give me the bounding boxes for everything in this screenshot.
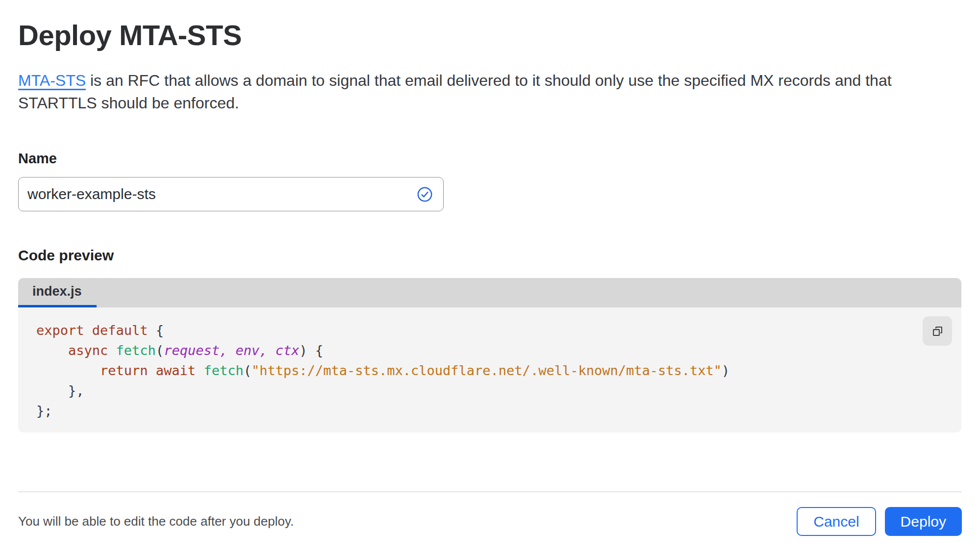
page-description-text: is an RFC that allows a domain to signal… — [18, 72, 892, 112]
code-tabs: index.js — [18, 278, 961, 307]
code-line: }, — [36, 380, 912, 401]
deploy-note: You will be able to edit the code after … — [18, 514, 294, 529]
mta-sts-link[interactable]: MTA-STS — [18, 72, 86, 89]
deploy-button[interactable]: Deploy — [885, 507, 962, 536]
check-circle-icon — [417, 187, 432, 202]
copy-button[interactable] — [923, 316, 952, 346]
footer-divider — [18, 491, 962, 492]
page-title: Deploy MTA-STS — [18, 19, 962, 52]
page-description: MTA-STS is an RFC that allows a domain t… — [18, 69, 959, 114]
deploy-mta-sts-page: Deploy MTA-STS MTA-STS is an RFC that al… — [0, 19, 980, 536]
footer-actions: Cancel Deploy — [797, 507, 962, 536]
tab-index-js[interactable]: index.js — [18, 278, 97, 307]
code-line: }; — [36, 401, 912, 421]
copy-icon — [931, 325, 944, 338]
cancel-button[interactable]: Cancel — [797, 507, 876, 536]
code-preview-label: Code preview — [18, 247, 962, 264]
code-line: async fetch(request, env, ctx) { — [36, 340, 912, 360]
name-input-wrapper — [18, 177, 444, 211]
name-input[interactable] — [19, 178, 417, 211]
code-block: index.js export default { async fetch(re… — [18, 278, 961, 432]
name-label: Name — [18, 151, 962, 167]
code-editor: export default { async fetch(request, en… — [36, 320, 912, 421]
footer-row: You will be able to edit the code after … — [18, 507, 962, 536]
code-line: export default { — [36, 320, 912, 340]
code-line: return await fetch("https://mta-sts.mx.c… — [36, 360, 912, 380]
code-area: export default { async fetch(request, en… — [18, 307, 961, 432]
